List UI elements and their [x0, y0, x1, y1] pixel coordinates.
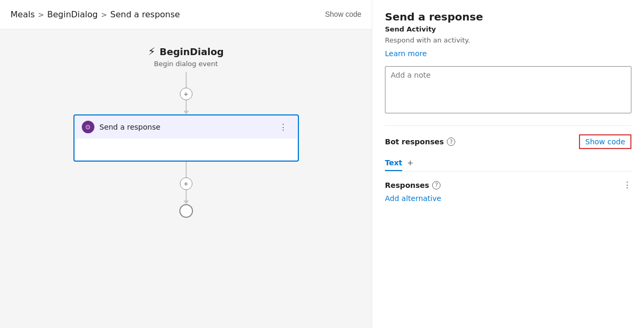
- flow-container: ⚡ BeginDialog Begin dialog event +: [73, 45, 299, 218]
- responses-label: Responses: [385, 181, 429, 189]
- connector-line-bottom: [186, 162, 187, 177]
- arrow-head-top: [184, 111, 189, 114]
- end-circle: [179, 204, 193, 218]
- add-alternative-button[interactable]: Add alternative: [385, 194, 441, 203]
- right-panel: Send a response Send Activity Respond wi…: [372, 0, 644, 328]
- bot-responses-header: Bot responses ? Show code: [385, 134, 631, 149]
- bot-responses-left: Bot responses ?: [385, 137, 455, 146]
- breadcrumb: Meals > BeginDialog > Send a response: [10, 9, 180, 19]
- send-response-left: ⊙ Send a response: [82, 121, 160, 133]
- begin-dialog-node: ⚡ BeginDialog Begin dialog event: [148, 45, 224, 68]
- note-textarea[interactable]: [385, 66, 631, 113]
- send-response-title: Send a response: [100, 123, 160, 131]
- arrow-head-bottom: [184, 200, 189, 204]
- panel-description: Respond with an activity.: [385, 36, 631, 44]
- node-send-icon: ⊙: [82, 121, 94, 133]
- divider: [385, 125, 631, 126]
- connector-arrow-top: [184, 100, 189, 114]
- responses-left: Responses ?: [385, 181, 441, 189]
- left-header: Meals > BeginDialog > Send a response Sh…: [0, 0, 372, 29]
- send-response-more-button[interactable]: ⋮: [276, 121, 291, 133]
- canvas-area: ⚡ BeginDialog Begin dialog event +: [0, 29, 372, 328]
- tab-text[interactable]: Text: [385, 155, 402, 171]
- arrow-line-top: [186, 100, 187, 111]
- send-response-header: ⊙ Send a response ⋮: [74, 115, 298, 139]
- begin-dialog-title: ⚡ BeginDialog: [148, 45, 224, 58]
- panel-title: Send a response: [385, 10, 631, 23]
- add-button-top[interactable]: +: [180, 88, 192, 100]
- tab-add-button[interactable]: +: [405, 158, 415, 168]
- connector-arrow-bottom: [184, 190, 189, 204]
- bot-responses-help-icon[interactable]: ?: [447, 137, 455, 146]
- breadcrumb-send-response: Send a response: [110, 9, 180, 19]
- learn-more-link[interactable]: Learn more: [385, 49, 427, 58]
- show-code-left-button[interactable]: Show code: [325, 9, 361, 19]
- begin-dialog-subtitle: Begin dialog event: [154, 60, 218, 68]
- panel-subtitle: Send Activity: [385, 25, 631, 33]
- arrow-line-bottom: [186, 190, 187, 200]
- begin-dialog-box: ⚡ BeginDialog Begin dialog event: [148, 45, 224, 68]
- tabs-row: Text +: [385, 155, 631, 172]
- send-response-node[interactable]: ⊙ Send a response ⋮: [73, 114, 299, 162]
- breadcrumb-begindialog[interactable]: BeginDialog: [47, 9, 98, 19]
- send-response-body: [76, 139, 297, 160]
- connector-line-top: [186, 72, 187, 88]
- plus-icon-top: +: [184, 90, 188, 98]
- plus-icon-bottom: +: [184, 179, 188, 188]
- breadcrumb-meals[interactable]: Meals: [10, 9, 35, 19]
- lightning-icon: ⚡: [148, 45, 155, 58]
- node-send-icon-symbol: ⊙: [85, 123, 90, 131]
- bot-responses-label: Bot responses: [385, 137, 444, 146]
- begin-dialog-label: BeginDialog: [159, 46, 223, 57]
- breadcrumb-sep2: >: [101, 10, 108, 19]
- breadcrumb-sep1: >: [38, 10, 44, 19]
- responses-help-icon[interactable]: ?: [432, 181, 441, 189]
- left-panel: Meals > BeginDialog > Send a response Sh…: [0, 0, 372, 328]
- responses-more-button[interactable]: ⋮: [623, 180, 631, 190]
- show-code-right-button[interactable]: Show code: [579, 134, 631, 149]
- add-button-bottom[interactable]: +: [180, 177, 192, 190]
- responses-row: Responses ? ⋮: [385, 180, 631, 190]
